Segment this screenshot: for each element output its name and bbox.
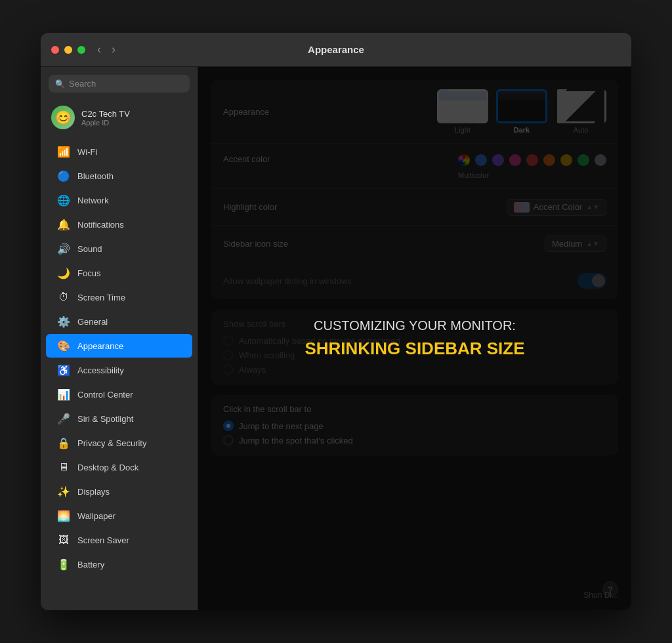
- screen-saver-icon: 🖼: [56, 533, 71, 547]
- scroll-jump-next-label: Jump to the next page: [239, 421, 324, 431]
- wallpaper-tinting-control: [578, 273, 606, 289]
- wallpaper-icon: 🌅: [56, 508, 71, 523]
- pink-circle[interactable]: [509, 154, 521, 166]
- toggle-knob: [592, 274, 605, 287]
- titlebar: ‹ › Appearance: [41, 33, 631, 67]
- user-subtitle: Apple ID: [81, 119, 130, 127]
- appearance-light[interactable]: Light: [437, 89, 488, 134]
- minimize-button[interactable]: [64, 46, 72, 54]
- auto-label: Auto: [574, 126, 589, 134]
- scroll-auto-label: Automatically based on mouse or trackpad: [239, 336, 400, 346]
- sidebar-item-sound[interactable]: 🔊 Sound: [46, 237, 192, 260]
- displays-icon: ✨: [56, 484, 71, 499]
- scroll-when-option[interactable]: When scrolling: [223, 350, 606, 360]
- search-input[interactable]: [69, 79, 183, 89]
- scroll-when-label: When scrolling: [239, 350, 295, 360]
- sidebar-icon-size-btn[interactable]: Medium ▲▼: [545, 236, 606, 252]
- scroll-click-label: Click in the scroll bar to: [223, 404, 606, 414]
- sidebar-item-label-battery: Battery: [77, 560, 104, 570]
- forward-button[interactable]: ›: [108, 41, 119, 58]
- accent-color-label: Accent color: [223, 154, 328, 164]
- user-profile[interactable]: 😊 C2c Tech TV Apple ID: [41, 100, 198, 135]
- watermark: Shun Di...: [583, 591, 618, 600]
- close-button[interactable]: [51, 46, 59, 54]
- sidebar-item-general[interactable]: ⚙️ General: [46, 310, 192, 333]
- appearance-section: Appearance Light Dark: [211, 80, 618, 299]
- wallpaper-tinting-toggle[interactable]: [578, 273, 606, 289]
- sidebar-icon-size-value: Medium: [552, 239, 582, 249]
- sidebar: 🔍 😊 C2c Tech TV Apple ID 📶 Wi-Fi 🔵 Bluet…: [41, 67, 198, 610]
- sidebar-icon-size-label: Sidebar icon size: [223, 239, 328, 249]
- appearance-label: Appearance: [223, 107, 328, 117]
- scroll-always-option[interactable]: Always: [223, 364, 606, 375]
- scroll-jump-spot-label: Jump to the spot that's clicked: [239, 436, 353, 446]
- main-panel: Appearance Light Dark: [198, 67, 631, 610]
- scroll-jump-spot-option[interactable]: Jump to the spot that's clicked: [223, 435, 606, 446]
- red-circle[interactable]: [526, 154, 538, 166]
- sidebar-item-focus[interactable]: 🌙 Focus: [46, 261, 192, 285]
- dark-thumb: [496, 89, 547, 123]
- sidebar-item-label-screen-time: Screen Time: [77, 293, 125, 302]
- sound-icon: 🔊: [56, 241, 71, 256]
- sidebar-item-label-screen-saver: Screen Saver: [77, 535, 129, 545]
- appearance-control: Light Dark Auto: [437, 89, 606, 134]
- multicolor-label: Multicolor: [458, 171, 489, 179]
- sidebar-item-siri-spotlight[interactable]: 🎤 Siri & Spotlight: [46, 407, 192, 430]
- scroll-bars-label: Show scroll bars: [223, 319, 606, 329]
- sidebar-item-wallpaper[interactable]: 🌅 Wallpaper: [46, 504, 192, 528]
- search-box[interactable]: 🔍: [49, 75, 190, 93]
- sidebar-item-accessibility[interactable]: ♿ Accessibility: [46, 358, 192, 382]
- sidebar-item-battery[interactable]: 🔋 Battery: [46, 552, 192, 576]
- green-circle[interactable]: [578, 154, 589, 166]
- scroll-click-section: Click in the scroll bar to Jump to the n…: [211, 395, 618, 455]
- dark-label: Dark: [514, 126, 530, 134]
- user-info: C2c Tech TV Apple ID: [81, 109, 130, 127]
- sidebar-item-label-privacy-security: Privacy & Security: [77, 438, 146, 448]
- gray-circle[interactable]: [595, 154, 606, 166]
- traffic-lights: [51, 46, 85, 54]
- appearance-dark[interactable]: Dark: [496, 89, 547, 134]
- sidebar-item-appearance[interactable]: 🎨 Appearance: [46, 334, 192, 358]
- sidebar-item-screen-time[interactable]: ⏱ Screen Time: [46, 285, 192, 309]
- sidebar-item-label-siri-spotlight: Siri & Spotlight: [77, 414, 133, 424]
- maximize-button[interactable]: [77, 46, 85, 54]
- sidebar-item-control-center[interactable]: 📊 Control Center: [46, 383, 192, 406]
- sidebar-item-wifi[interactable]: 📶 Wi-Fi: [46, 140, 192, 163]
- sidebar-item-label-displays: Displays: [77, 487, 110, 497]
- sidebar-item-bluetooth[interactable]: 🔵 Bluetooth: [46, 164, 192, 188]
- sidebar-item-privacy-security[interactable]: 🔒 Privacy & Security: [46, 431, 192, 455]
- sidebar-item-label-wallpaper: Wallpaper: [77, 511, 116, 521]
- multicolor-circle[interactable]: [458, 154, 470, 166]
- highlight-color-label: Highlight color: [223, 202, 328, 212]
- nav-arrows: ‹ ›: [93, 41, 119, 58]
- appearance-row: Appearance Light Dark: [211, 80, 618, 144]
- general-icon: ⚙️: [56, 314, 71, 329]
- sidebar-item-network[interactable]: 🌐 Network: [46, 188, 192, 212]
- yellow-circle[interactable]: [560, 154, 572, 166]
- orange-circle[interactable]: [543, 154, 555, 166]
- blue-circle[interactable]: [475, 154, 487, 166]
- highlight-color-btn[interactable]: Accent Color ▲▼: [507, 199, 606, 216]
- sidebar-item-screen-saver[interactable]: 🖼 Screen Saver: [46, 528, 192, 552]
- system-preferences-window: ‹ › Appearance 🔍 😊 C2c Tech TV Apple ID: [41, 33, 631, 610]
- scroll-jump-next-option[interactable]: Jump to the next page: [223, 421, 606, 431]
- window-title: Appearance: [308, 44, 364, 55]
- light-label: Light: [455, 126, 471, 134]
- sidebar-item-label-sound: Sound: [77, 244, 102, 254]
- sidebar-icon-size-row: Sidebar icon size Medium ▲▼: [211, 226, 618, 262]
- appearance-icon: 🎨: [56, 339, 71, 353]
- back-button[interactable]: ‹: [93, 41, 105, 58]
- sidebar-item-displays[interactable]: ✨ Displays: [46, 480, 192, 503]
- sidebar-item-notifications[interactable]: 🔔 Notifications: [46, 213, 192, 236]
- scroll-auto-option[interactable]: Automatically based on mouse or trackpad: [223, 335, 606, 346]
- appearance-auto[interactable]: Auto: [555, 89, 606, 134]
- scroll-bars-row: Show scroll bars Automatically based on …: [211, 310, 618, 384]
- scroll-bars-options: Automatically based on mouse or trackpad…: [223, 335, 606, 375]
- sidebar-item-label-control-center: Control Center: [77, 390, 133, 400]
- purple-circle[interactable]: [492, 154, 504, 166]
- wallpaper-tinting-label: Allow wallpaper tinting in windows: [223, 276, 352, 286]
- sidebar-item-desktop-dock[interactable]: 🖥 Desktop & Dock: [46, 455, 192, 479]
- sidebar-item-label-network: Network: [77, 196, 109, 205]
- accent-colors: Multicolor: [458, 154, 606, 179]
- scroll-bars-section: Show scroll bars Automatically based on …: [211, 310, 618, 384]
